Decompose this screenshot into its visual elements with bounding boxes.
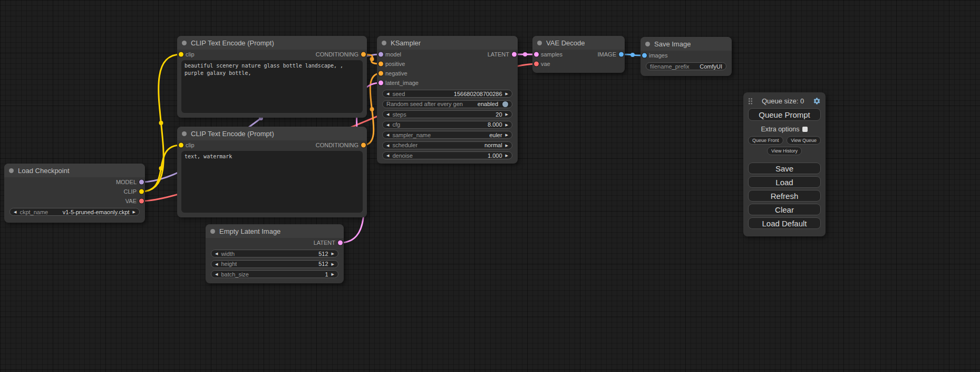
decrement-arrow-icon[interactable]: ◀ [215, 272, 218, 276]
input-slot-clip[interactable] [179, 143, 183, 148]
steps-widget[interactable]: ◀ steps 20 ▶ [382, 110, 512, 118]
output-slot-label: MODEL [116, 179, 137, 185]
input-slot-latent-image[interactable] [379, 81, 383, 85]
cfg-widget[interactable]: ◀ cfg 8.000 ▶ [382, 121, 512, 129]
output-slot-latent[interactable] [338, 241, 343, 245]
decrement-arrow-icon[interactable]: ◀ [215, 252, 218, 255]
node-vae-decode[interactable]: VAE Decode samples IMAGE vae [532, 36, 625, 73]
increment-arrow-icon[interactable]: ▶ [506, 112, 508, 116]
random-seed-toggle-widget[interactable]: Random seed after every gen enabled [382, 100, 512, 108]
output-slot-vae[interactable] [139, 199, 144, 204]
collapse-dot[interactable] [210, 229, 215, 234]
collapse-dot[interactable] [9, 168, 14, 173]
seed-widget[interactable]: ◀ seed 156680208700286 ▶ [382, 90, 512, 98]
widget-value: 1.000 [488, 152, 502, 159]
queue-prompt-button[interactable]: Queue Prompt [748, 108, 821, 121]
slot-row: clip CONDITIONING [177, 140, 367, 150]
height-widget[interactable]: ◀ height 512 ▶ [211, 260, 338, 268]
increment-arrow-icon[interactable]: ▶ [506, 133, 508, 137]
save-button[interactable]: Save [748, 163, 821, 174]
input-slot-samples[interactable] [534, 52, 539, 57]
settings-gear-icon[interactable] [813, 97, 821, 105]
decrement-arrow-icon[interactable]: ◀ [386, 123, 389, 127]
node-title: Empty Latent Image [219, 227, 280, 235]
view-queue-button[interactable]: View Queue [787, 136, 821, 145]
output-slot-latent[interactable] [512, 52, 517, 57]
toggle-knob-icon[interactable] [502, 101, 508, 107]
slot-row: negative [377, 69, 518, 78]
batch-size-widget[interactable]: ◀ batch_size 1 ▶ [211, 270, 338, 278]
output-slot-label: CONDITIONING [316, 142, 358, 148]
collapse-dot[interactable] [182, 131, 187, 136]
prompt-textarea[interactable]: beautiful scenery nature glass bottle la… [181, 60, 363, 113]
increment-arrow-icon[interactable]: ▶ [506, 154, 508, 157]
input-slot-label: negative [385, 70, 407, 77]
input-slot-negative[interactable] [379, 71, 383, 76]
collapse-dot[interactable] [537, 41, 542, 45]
node-save-image[interactable]: Save Image images filename_prefix ComfyU… [641, 37, 732, 76]
width-widget[interactable]: ◀ width 512 ▶ [211, 250, 338, 257]
node-title-bar[interactable]: CLIP Text Encode (Prompt) [177, 127, 367, 140]
output-slot-conditioning[interactable] [361, 143, 366, 148]
input-slot-vae[interactable] [534, 62, 539, 66]
collapse-dot[interactable] [182, 41, 187, 45]
input-slot-model[interactable] [379, 52, 383, 57]
decrement-arrow-icon[interactable]: ◀ [386, 92, 389, 96]
decrement-arrow-icon[interactable]: ◀ [14, 210, 16, 214]
view-history-button[interactable]: View History [767, 147, 802, 155]
input-slot-images[interactable] [642, 53, 647, 58]
sampler-name-widget[interactable]: ◀ sampler_name euler ▶ [382, 131, 512, 139]
input-slot-clip[interactable] [179, 52, 183, 57]
node-title-bar[interactable]: Save Image [641, 37, 732, 51]
widget-value: 20 [496, 111, 502, 118]
input-slot-label: clip [186, 142, 195, 148]
load-button[interactable]: Load [748, 176, 821, 188]
node-title-bar[interactable]: Load Checkpoint [4, 164, 145, 177]
prompt-textarea[interactable]: text, watermark [181, 151, 363, 213]
extra-options-checkbox[interactable] [802, 127, 808, 132]
input-slot-positive[interactable] [379, 62, 383, 66]
node-title: CLIP Text Encode (Prompt) [191, 130, 274, 138]
output-slot-conditioning[interactable] [361, 52, 366, 57]
filename-prefix-widget[interactable]: filename_prefix ComfyUI [646, 62, 726, 70]
clear-button[interactable]: Clear [748, 204, 821, 215]
collapse-dot[interactable] [645, 42, 650, 46]
input-slot-label: positive [385, 61, 405, 67]
node-title-bar[interactable]: KSampler [377, 36, 518, 50]
output-slot-clip[interactable] [139, 189, 144, 194]
slot-row: VAE [4, 196, 145, 206]
node-empty-latent-image[interactable]: Empty Latent Image LATENT ◀ width 512 ▶ … [206, 224, 344, 283]
output-slot-model[interactable] [139, 180, 144, 185]
ckpt-name-widget[interactable]: ◀ ckpt_name v1-5-pruned-emaonly.ckpt ▶ [9, 208, 140, 216]
increment-arrow-icon[interactable]: ▶ [332, 272, 334, 276]
refresh-button[interactable]: Refresh [748, 190, 821, 202]
collapse-dot[interactable] [382, 41, 386, 45]
node-ksampler[interactable]: KSampler model LATENT positive negative … [377, 36, 518, 164]
node-title-bar[interactable]: VAE Decode [532, 36, 625, 50]
queue-front-button[interactable]: Queue Front [748, 136, 783, 145]
decrement-arrow-icon[interactable]: ◀ [386, 133, 389, 137]
node-load-checkpoint[interactable]: Load Checkpoint MODEL CLIP VAE ◀ ckpt_na… [4, 164, 145, 223]
increment-arrow-icon[interactable]: ▶ [332, 262, 334, 266]
increment-arrow-icon[interactable]: ▶ [506, 144, 508, 147]
node-title-bar[interactable]: Empty Latent Image [206, 224, 344, 238]
increment-arrow-icon[interactable]: ▶ [332, 252, 334, 255]
slot-row: latent_image [377, 78, 518, 88]
drag-handle-icon[interactable] [748, 98, 753, 104]
node-clip-text-encode-positive[interactable]: CLIP Text Encode (Prompt) clip CONDITION… [177, 36, 367, 118]
node-title-bar[interactable]: CLIP Text Encode (Prompt) [177, 36, 367, 50]
load-default-button[interactable]: Load Default [748, 217, 821, 229]
increment-arrow-icon[interactable]: ▶ [506, 92, 508, 96]
decrement-arrow-icon[interactable]: ◀ [386, 112, 389, 116]
slot-row: images [641, 51, 732, 60]
decrement-arrow-icon[interactable]: ◀ [215, 262, 218, 266]
increment-arrow-icon[interactable]: ▶ [506, 123, 508, 127]
scheduler-widget[interactable]: ◀ scheduler normal ▶ [382, 141, 512, 149]
node-clip-text-encode-negative[interactable]: CLIP Text Encode (Prompt) clip CONDITION… [177, 127, 367, 217]
denoise-widget[interactable]: ◀ denoise 1.000 ▶ [382, 151, 512, 159]
decrement-arrow-icon[interactable]: ◀ [386, 154, 389, 157]
input-slot-label: images [649, 52, 667, 59]
output-slot-image[interactable] [619, 52, 624, 57]
decrement-arrow-icon[interactable]: ◀ [386, 144, 389, 147]
increment-arrow-icon[interactable]: ▶ [133, 210, 135, 214]
